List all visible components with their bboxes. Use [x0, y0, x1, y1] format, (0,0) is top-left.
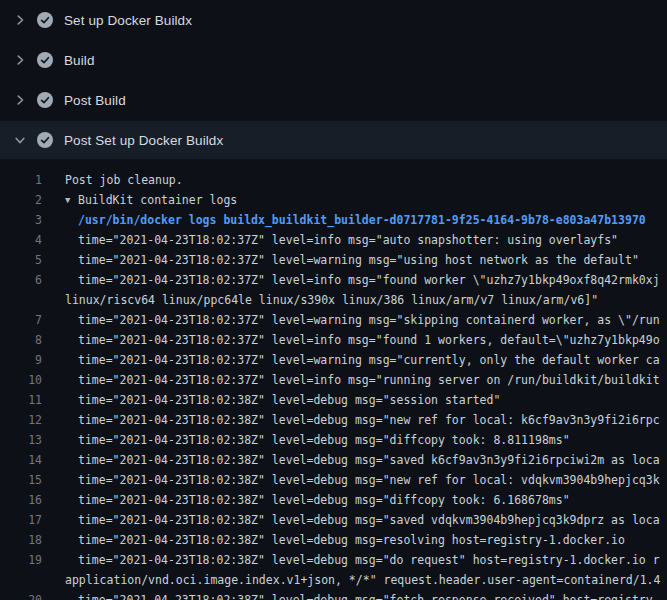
log-line-number[interactable]: 13	[0, 430, 42, 450]
log-line-number[interactable]: 8	[0, 330, 42, 350]
workflow-log-panel: Set up Docker Buildx Build	[0, 0, 667, 600]
log-line-text: time="2021-04-23T18:02:37Z" level=info m…	[78, 270, 660, 290]
log-line-text: time="2021-04-23T18:02:37Z" level=warnin…	[78, 250, 639, 270]
chevron-icon[interactable]	[12, 12, 28, 28]
log-line: 4time="2021-04-23T18:02:37Z" level=info …	[0, 230, 667, 250]
log-line-number[interactable]: 2	[0, 190, 42, 210]
log-line: 13time="2021-04-23T18:02:38Z" level=debu…	[0, 430, 667, 450]
check-circle-icon	[37, 132, 53, 148]
step-row-post-set-up-docker-buildx[interactable]: Post Set up Docker Buildx	[0, 121, 667, 159]
check-circle-icon	[37, 52, 53, 68]
step-title: Post Build	[64, 93, 126, 108]
log-line-text: time="2021-04-23T18:02:38Z" level=debug …	[78, 450, 660, 470]
step-row-set-up-docker-buildx[interactable]: Set up Docker Buildx	[0, 0, 667, 40]
log-line-text: application/vnd.oci.image.index.v1+json,…	[65, 570, 660, 590]
log-line-number[interactable]: 19	[0, 550, 42, 570]
log-line-text: time="2021-04-23T18:02:38Z" level=debug …	[78, 410, 660, 430]
log-line: 11time="2021-04-23T18:02:38Z" level=debu…	[0, 390, 667, 410]
log-line: 8time="2021-04-23T18:02:37Z" level=info …	[0, 330, 667, 350]
log-line: 5time="2021-04-23T18:02:37Z" level=warni…	[0, 250, 667, 270]
log-line: 18time="2021-04-23T18:02:38Z" level=debu…	[0, 530, 667, 550]
log-line-number[interactable]: 5	[0, 250, 42, 270]
log-line-text: time="2021-04-23T18:02:38Z" level=debug …	[78, 390, 500, 410]
log-line-number[interactable]: 16	[0, 490, 42, 510]
log-line-number[interactable]: 6	[0, 270, 42, 290]
chevron-right-icon	[13, 53, 27, 67]
log-line-text: time="2021-04-23T18:02:37Z" level=info m…	[78, 330, 660, 350]
log-line-number[interactable]: 14	[0, 450, 42, 470]
log-line-text: linux/riscv64 linux/ppc64le linux/s390x …	[65, 290, 598, 310]
log-line: linux/riscv64 linux/ppc64le linux/s390x …	[0, 290, 667, 310]
log-line-number[interactable]: 20	[0, 590, 42, 600]
log-viewer: 1Post job cleanup. 2▼BuildKit container …	[0, 170, 667, 600]
log-line: 17time="2021-04-23T18:02:38Z" level=debu…	[0, 510, 667, 530]
log-line-number[interactable]: 11	[0, 390, 42, 410]
chevron-right-icon	[13, 13, 27, 27]
log-line-text: /usr/bin/docker logs buildx_buildkit_bui…	[78, 210, 646, 230]
log-line-number[interactable]: 3	[0, 210, 42, 230]
log-line: 7time="2021-04-23T18:02:37Z" level=warni…	[0, 310, 667, 330]
chevron-right-icon	[13, 93, 27, 107]
log-line-number[interactable]: 18	[0, 530, 42, 550]
log-line-number[interactable]: 9	[0, 350, 42, 370]
log-line: 16time="2021-04-23T18:02:38Z" level=debu…	[0, 490, 667, 510]
step-title: Post Set up Docker Buildx	[64, 133, 223, 148]
log-line: 19time="2021-04-23T18:02:38Z" level=debu…	[0, 550, 667, 570]
log-line-number[interactable]: 15	[0, 470, 42, 490]
step-title: Set up Docker Buildx	[64, 13, 192, 28]
log-line-number[interactable]: 17	[0, 510, 42, 530]
log-line-number[interactable]: 1	[0, 170, 42, 190]
collapse-toggle-icon[interactable]: ▼	[65, 190, 78, 210]
log-line-text: time="2021-04-23T18:02:38Z" level=debug …	[78, 590, 660, 600]
log-line: 3/usr/bin/docker logs buildx_buildkit_bu…	[0, 210, 667, 230]
chevron-icon[interactable]	[12, 132, 28, 148]
step-title: Build	[64, 53, 95, 68]
log-line: 9time="2021-04-23T18:02:37Z" level=warni…	[0, 350, 667, 370]
log-line: application/vnd.oci.image.index.v1+json,…	[0, 570, 667, 590]
log-line-text: time="2021-04-23T18:02:38Z" level=debug …	[78, 490, 570, 510]
log-line-text: time="2021-04-23T18:02:38Z" level=debug …	[78, 550, 660, 570]
log-line-number[interactable]: 4	[0, 230, 42, 250]
chevron-icon[interactable]	[12, 92, 28, 108]
steps-list: Set up Docker Buildx Build	[0, 0, 667, 159]
log-line: 15time="2021-04-23T18:02:38Z" level=debu…	[0, 470, 667, 490]
log-line: 20time="2021-04-23T18:02:38Z" level=debu…	[0, 590, 667, 600]
log-line-text: time="2021-04-23T18:02:37Z" level=info m…	[78, 370, 660, 390]
log-line-text: time="2021-04-23T18:02:37Z" level=info m…	[78, 230, 618, 250]
chevron-icon[interactable]	[12, 52, 28, 68]
log-line: 10time="2021-04-23T18:02:37Z" level=info…	[0, 370, 667, 390]
log-line-text: time="2021-04-23T18:02:38Z" level=debug …	[78, 530, 625, 550]
log-line-number[interactable]: 12	[0, 410, 42, 430]
log-line: 14time="2021-04-23T18:02:38Z" level=debu…	[0, 450, 667, 470]
log-line-text: time="2021-04-23T18:02:38Z" level=debug …	[78, 430, 570, 450]
step-row-build[interactable]: Build	[0, 40, 667, 80]
log-line: 1Post job cleanup.	[0, 170, 667, 190]
log-line: 12time="2021-04-23T18:02:38Z" level=debu…	[0, 410, 667, 430]
log-line: 6time="2021-04-23T18:02:37Z" level=info …	[0, 270, 667, 290]
log-line-text: Post job cleanup.	[65, 170, 183, 190]
log-line-text[interactable]: BuildKit container logs	[78, 190, 237, 210]
log-line-text: time="2021-04-23T18:02:38Z" level=debug …	[78, 510, 660, 530]
log-line-number[interactable]: 10	[0, 370, 42, 390]
log-line-text: time="2021-04-23T18:02:38Z" level=debug …	[78, 470, 660, 490]
check-circle-icon	[37, 12, 53, 28]
chevron-down-icon	[13, 133, 27, 147]
log-line-number[interactable]: 7	[0, 310, 42, 330]
check-circle-icon	[37, 92, 53, 108]
log-line[interactable]: 2▼BuildKit container logs	[0, 190, 667, 210]
step-row-post-build[interactable]: Post Build	[0, 80, 667, 120]
log-line-text: time="2021-04-23T18:02:37Z" level=warnin…	[78, 350, 660, 370]
log-line-text: time="2021-04-23T18:02:37Z" level=warnin…	[78, 310, 660, 330]
